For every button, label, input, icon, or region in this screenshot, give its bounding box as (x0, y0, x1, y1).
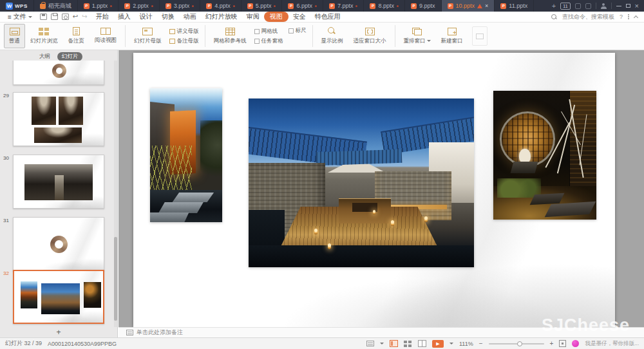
zoom-in-button[interactable]: + (550, 341, 554, 347)
doc-tab-10-active[interactable]: P 10.pptx × (442, 0, 495, 12)
notes-page-button[interactable]: 备注页 (63, 24, 90, 48)
normal-view-button[interactable]: 普通 (4, 24, 25, 48)
notes-placeholder[interactable]: 单击此处添加备注 (137, 328, 183, 337)
close-tab-icon[interactable]: × (485, 3, 488, 9)
pptx-file-icon: P (500, 3, 506, 9)
slide-master-button[interactable]: 幻灯片母版 (129, 24, 167, 48)
handout-master-icon (169, 29, 175, 34)
task-pane-checkbox[interactable]: 任务窗格 (254, 37, 283, 45)
grid-icon (225, 28, 235, 35)
save-button[interactable] (40, 14, 47, 20)
doc-tab-1[interactable]: P1.pptx (78, 0, 119, 12)
tab-slides[interactable]: 幻灯片 (57, 52, 83, 61)
ribbon-view-tab: 普通 幻灯片浏览 备注页 阅读视图 幻灯片母版 讲义母版 备注母版 网格和参考线… (0, 23, 644, 50)
slide-sorter-button[interactable]: 幻灯片浏览 (25, 24, 63, 48)
menu-design[interactable]: 设计 (135, 12, 157, 22)
pptx-file-icon: P (84, 3, 90, 9)
handout-master-button[interactable]: 讲义母版 (169, 28, 199, 35)
assistant-avatar[interactable] (572, 340, 579, 347)
photo-moon-gate-night[interactable] (493, 91, 596, 220)
status-reading-view-button[interactable] (418, 340, 426, 347)
file-menu[interactable]: ≡ 文件 (4, 12, 36, 21)
zoom-slider-thumb[interactable] (517, 341, 522, 346)
doc-tab-11[interactable]: P11.pptx (495, 0, 534, 12)
gridlines-checkbox[interactable]: 网格线 (254, 28, 283, 35)
slide-thumb-28-partial[interactable] (13, 61, 104, 85)
new-window-icon (448, 28, 457, 35)
add-slide-button[interactable]: + (0, 328, 117, 337)
doc-tab-6[interactable]: P6.pptx (282, 0, 323, 12)
menu-slideshow[interactable]: 幻灯片放映 (201, 12, 242, 22)
collapse-ribbon-icon[interactable] (634, 15, 638, 19)
tab-count-badge[interactable]: 11 (560, 3, 570, 10)
menu-insert[interactable]: 插入 (113, 12, 135, 22)
doc-tab-2[interactable]: P2.pptx (118, 0, 160, 12)
account-icon[interactable] (601, 3, 607, 9)
fit-window-button[interactable]: 适应窗口大小 (348, 24, 392, 48)
undo-button[interactable]: ↩ (73, 14, 78, 20)
share-icon[interactable] (575, 3, 581, 9)
fit-slide-button[interactable] (559, 340, 566, 347)
ribbon-separator (125, 25, 126, 47)
buddha-statue-shape (519, 149, 531, 163)
doc-tab-4[interactable]: P4.pptx (200, 0, 242, 12)
slide-thumb-30[interactable] (13, 155, 104, 209)
menu-featured-apps[interactable]: 特色应用 (310, 12, 345, 22)
play-slideshow-button[interactable]: ▶ (432, 340, 444, 348)
status-normal-view-button[interactable] (390, 340, 398, 347)
menu-home[interactable]: 开始 (91, 12, 113, 22)
assistant-text[interactable]: 我是墨仔，帮你排版... (585, 340, 639, 348)
slide-number: 30 (3, 155, 9, 161)
menu-view-active[interactable]: 视图 (264, 12, 289, 22)
chevron-down-icon[interactable] (450, 343, 453, 344)
wps-logo[interactable]: W WPS (0, 0, 34, 12)
reading-view-button[interactable]: 阅读视图 (90, 24, 122, 48)
zoom-level[interactable]: 111% (459, 341, 473, 347)
more-options-icon[interactable] (628, 14, 629, 19)
chevron-down-icon[interactable] (380, 343, 384, 344)
zoom-out-button[interactable]: − (479, 341, 483, 347)
print-preview-button[interactable] (62, 14, 69, 20)
menu-animation[interactable]: 动画 (179, 12, 201, 22)
photo-courtyard-spa[interactable] (249, 99, 474, 267)
arrange-windows-button[interactable]: 重排窗口 (399, 24, 436, 48)
new-window-button[interactable]: 新建窗口 (436, 24, 468, 48)
close-window-button[interactable]: × (635, 3, 639, 10)
slide-32-canvas[interactable] (133, 53, 615, 327)
ruler-checkbox[interactable]: 标尺 (289, 27, 307, 35)
menu-transition[interactable]: 切换 (157, 12, 179, 22)
doc-tab-3[interactable]: P3.pptx (160, 0, 201, 12)
doc-tab-9[interactable]: P9.pptx (405, 0, 442, 12)
tab-docer-store[interactable]: 稻壳商城 (34, 0, 78, 12)
skin-icon[interactable] (585, 3, 591, 9)
restore-button[interactable] (626, 4, 630, 8)
notes-master-button[interactable]: 备注母版 (169, 37, 199, 45)
menu-security[interactable]: 安全 (289, 12, 310, 22)
print-button[interactable] (51, 14, 58, 20)
menu-review[interactable]: 审阅 (242, 12, 264, 22)
doc-tab-5[interactable]: P5.pptx (242, 0, 283, 12)
command-search-input[interactable]: 查找命令、搜索模板 (562, 13, 614, 21)
checkbox-icon (289, 28, 294, 33)
redo-button[interactable]: ↩ (82, 14, 87, 20)
editing-canvas[interactable]: SJCheese (118, 50, 644, 327)
doc-tab-8[interactable]: P8.pptx (364, 0, 405, 12)
thumb-photo-detail (55, 175, 64, 200)
panel-scrollbar-thumb[interactable] (114, 237, 117, 321)
photo-corten-wall-garden[interactable] (150, 88, 222, 222)
grid-and-guides-button[interactable]: 网格和参考线 (209, 24, 252, 48)
zoom-button[interactable]: 显示比例 (316, 24, 348, 48)
slide-thumb-32-selected[interactable] (13, 270, 104, 324)
tab-outline[interactable]: 大纲 (35, 52, 55, 61)
slide-thumb-29[interactable] (13, 92, 104, 146)
doc-tab-7[interactable]: P7.pptx (323, 0, 365, 12)
notes-display-icon[interactable] (366, 341, 374, 346)
new-tab-button[interactable]: + (552, 3, 556, 10)
candle-light (373, 210, 375, 214)
help-icon[interactable]: ? (620, 14, 623, 20)
slide-thumb-31[interactable] (13, 217, 104, 271)
status-slide-sorter-button[interactable] (404, 340, 412, 347)
minimize-button[interactable] (616, 6, 621, 6)
zoom-slider[interactable] (489, 343, 544, 344)
pptx-file-icon: P (288, 3, 294, 9)
